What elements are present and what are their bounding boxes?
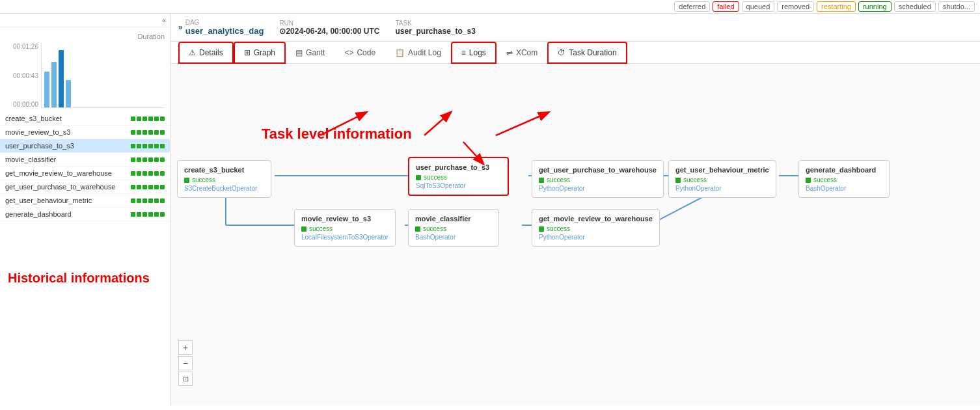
- node-status: success: [539, 225, 653, 232]
- status-dot: [539, 178, 544, 183]
- node-title: get_user_behaviour_metric: [675, 166, 769, 174]
- node-generate-dashboard[interactable]: generate_dashboard success BashOperator: [798, 160, 890, 198]
- task-item[interactable]: generate_dashboard: [0, 208, 170, 221]
- node-get-movie-review-to-warehouse[interactable]: get_movie_review_to_warehouse success Py…: [532, 209, 660, 247]
- status-badge-running[interactable]: running: [858, 1, 892, 12]
- run-label: Run: [279, 20, 379, 27]
- task-item[interactable]: get_user_behaviour_metric: [0, 194, 170, 208]
- task-item[interactable]: get_movie_review_to_warehouse: [0, 167, 170, 180]
- dag-name: user_analytics_dag: [185, 26, 264, 36]
- status-text: success: [547, 176, 570, 184]
- dot: [160, 144, 165, 148]
- details-label: Details: [199, 48, 223, 57]
- zoom-controls: + − ⊡: [178, 340, 193, 386]
- task-item[interactable]: movie_classifier: [0, 153, 170, 167]
- node-movie-review-to-s3[interactable]: movie_review_to_s3 success LocalFilesyst…: [294, 209, 396, 247]
- collapse-button[interactable]: «: [162, 16, 166, 24]
- dot: [131, 157, 135, 162]
- sidebar: « Duration 00:01:26 00:00:43 00:00:00: [0, 14, 170, 405]
- task-dots: [131, 185, 165, 189]
- status-badge-queued[interactable]: queued: [742, 1, 775, 12]
- dot: [131, 185, 135, 189]
- node-movie-classifier[interactable]: movie_classifier success BashOperator: [408, 209, 499, 247]
- audit-log-label: Audit Log: [408, 48, 441, 57]
- dot: [137, 171, 141, 176]
- node-operator: BashOperator: [415, 234, 492, 241]
- node-title: create_s3_bucket: [184, 166, 264, 174]
- node-status: success: [416, 174, 501, 181]
- node-title: user_purchase_to_s3: [416, 163, 501, 171]
- task-dots: [131, 116, 165, 121]
- node-create-s3-bucket[interactable]: create_s3_bucket success S3CreateBucketO…: [177, 160, 271, 198]
- main-content: » DAG user_analytics_dag Run ⊙2024-06-24…: [170, 14, 980, 405]
- status-badge-restarting[interactable]: restarting: [817, 1, 856, 12]
- zoom-out-button[interactable]: −: [178, 356, 193, 370]
- tab-code[interactable]: <> Code: [334, 42, 385, 64]
- dot: [137, 185, 141, 189]
- task-item[interactable]: create_s3_bucket: [0, 112, 170, 126]
- task-level-annotation: Task level information: [262, 126, 412, 143]
- node-get-user-purchase-to-warehouse[interactable]: get_user_purchase_to_warehouse success P…: [532, 160, 664, 198]
- zoom-fit-button[interactable]: ⊡: [178, 372, 193, 386]
- task-dots: [131, 171, 165, 176]
- task-name: get_user_behaviour_metric: [5, 197, 92, 204]
- zoom-in-button[interactable]: +: [178, 340, 193, 355]
- node-title: generate_dashboard: [806, 166, 882, 174]
- tab-details[interactable]: ⚠ Details: [178, 42, 234, 64]
- dot: [160, 212, 165, 217]
- bar-1: [44, 72, 49, 107]
- dot: [137, 144, 141, 148]
- task-label: Task: [395, 20, 475, 27]
- tab-xcom[interactable]: ⇌ XCom: [497, 42, 547, 64]
- status-badge-scheduled[interactable]: scheduled: [894, 1, 936, 12]
- tab-audit-log[interactable]: 📋 Audit Log: [385, 42, 451, 64]
- logs-icon: ≡: [461, 48, 466, 57]
- dot: [143, 198, 147, 203]
- status-badge-shutdo[interactable]: shutdo...: [938, 1, 975, 12]
- dot: [143, 212, 147, 217]
- tab-logs[interactable]: ≡ Logs: [451, 42, 497, 64]
- dag-section-run: Run ⊙2024-06-24, 00:00:00 UTC: [279, 20, 379, 36]
- status-dot: [415, 226, 420, 232]
- dot: [131, 144, 135, 148]
- task-list: create_s3_bucket movie_review_to_s3: [0, 112, 170, 221]
- status-text: success: [813, 176, 837, 184]
- task-item-active[interactable]: user_purchase_to_s3: [0, 139, 170, 153]
- gantt-icon: ▤: [295, 48, 303, 57]
- node-status: success: [415, 225, 492, 232]
- y-label-top: 00:01:26: [5, 43, 38, 50]
- node-status: success: [184, 176, 264, 184]
- status-dot: [416, 175, 421, 180]
- task-item[interactable]: get_user_purchase_to_warehouse: [0, 180, 170, 194]
- dot: [131, 198, 135, 203]
- node-title: get_user_purchase_to_warehouse: [539, 166, 657, 174]
- status-badge-failed[interactable]: failed: [713, 1, 739, 12]
- task-duration-label: Task Duration: [569, 48, 616, 57]
- task-dots: [131, 157, 165, 162]
- status-badge-deferred[interactable]: deferred: [674, 1, 710, 12]
- node-get-user-behaviour-metric[interactable]: get_user_behaviour_metric success Python…: [668, 160, 776, 198]
- dot: [160, 130, 165, 135]
- dot: [137, 157, 141, 162]
- tab-gantt[interactable]: ▤ Gantt: [286, 42, 334, 64]
- dot: [137, 116, 141, 121]
- status-text: success: [192, 176, 215, 184]
- dot: [131, 116, 135, 121]
- dag-section-label: »: [178, 23, 183, 32]
- task-name: get_user_purchase_to_warehouse: [5, 183, 115, 191]
- node-user-purchase-to-s3[interactable]: user_purchase_to_s3 success SqlToS3Opera…: [408, 157, 509, 196]
- dot: [148, 130, 153, 135]
- status-text: success: [423, 225, 446, 232]
- status-dot: [675, 178, 681, 183]
- tab-task-duration[interactable]: ⏱ Task Duration: [547, 42, 627, 64]
- node-title: movie_classifier: [415, 215, 492, 223]
- task-item[interactable]: movie_review_to_s3: [0, 126, 170, 139]
- dot: [148, 157, 153, 162]
- graph-label: Graph: [254, 48, 275, 57]
- duration-label: Duration: [5, 33, 165, 40]
- tab-graph[interactable]: ⊞ Graph: [234, 42, 286, 64]
- dag-section-dag: DAG user_analytics_dag: [185, 19, 264, 36]
- tabs: ⚠ Details ⊞ Graph ▤ Gantt <> Code 📋 Audi…: [170, 42, 980, 64]
- status-dot: [184, 178, 189, 183]
- status-badge-removed[interactable]: removed: [777, 1, 814, 12]
